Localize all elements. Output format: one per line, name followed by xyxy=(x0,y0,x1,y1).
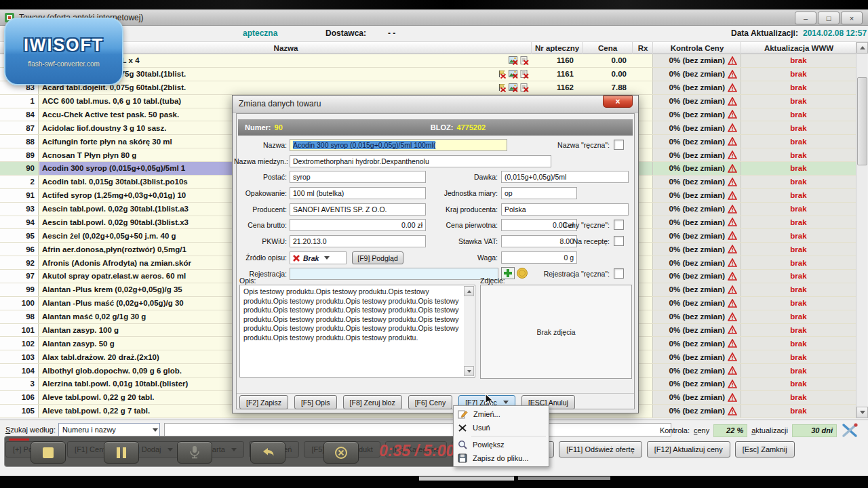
maximize-button[interactable]: □ xyxy=(818,12,840,24)
toolbar-button--f12-aktualizuj-ceny[interactable]: [F12] Aktualizuj ceny xyxy=(647,441,730,458)
menu-item-powiększ[interactable]: Powiększ xyxy=(454,438,549,451)
toolbar-button--f11-odśwież-ofertę[interactable]: [F11] Odśwież ofertę xyxy=(559,441,642,458)
row-kontrola-ceny: 0% (bez zmian) xyxy=(652,121,741,134)
flag-status-icon[interactable] xyxy=(498,70,507,80)
nazwa-field[interactable]: Acodin 300 syrop (0,015g+0,05g)/5ml 100m… xyxy=(290,139,507,151)
screen-recorder-toolbar: 0:35 / 5:00 xyxy=(4,436,487,467)
rejestracja-reczna-checkbox[interactable] xyxy=(614,268,624,279)
waga-field[interactable]: 0 g xyxy=(501,251,577,264)
col-header-nr-apteczny[interactable]: Nr apteczny xyxy=(531,42,583,54)
doc-status-icon[interactable] xyxy=(520,56,529,66)
recorder-undo-button[interactable] xyxy=(250,441,285,464)
row-cena: 0.00 xyxy=(582,68,632,81)
scrollbar-thumb[interactable] xyxy=(857,77,867,165)
magnifier-icon xyxy=(458,440,467,449)
warning-icon xyxy=(728,231,737,240)
miedzyn-field[interactable]: Dextromethorphani hydrobr.Dexpanthenolu xyxy=(290,155,551,167)
kontrola-text: 0% (bez zmian) xyxy=(669,56,725,64)
dialog-close-button[interactable]: × xyxy=(603,96,633,108)
table-row[interactable]: 81A-CERUMEN AMP 2ML x 411600.000% (bez z… xyxy=(0,54,856,68)
table-scrollbar[interactable] xyxy=(856,42,867,418)
img-status-icon[interactable] xyxy=(509,83,518,94)
opis-label: Opis: xyxy=(239,277,267,285)
table-row[interactable]: 82Acard tabl.dojelit. 0,075g 30tabl.(1bl… xyxy=(0,68,856,81)
zrodlo-select[interactable]: Brak xyxy=(290,251,347,264)
nazwa-reczna-checkbox[interactable] xyxy=(614,140,624,150)
pkwiu-field[interactable]: 21.20.13.0 xyxy=(290,235,426,247)
doc-status-icon[interactable] xyxy=(520,70,529,80)
recorder-pause-button[interactable] xyxy=(104,441,139,464)
podglad-button[interactable]: [F9] Podgląd xyxy=(352,251,403,264)
img-status-icon[interactable] xyxy=(509,56,518,66)
row-kontrola-ceny: 0% (bez zmian) xyxy=(652,310,741,323)
col-header-aktualizacja[interactable]: Aktualizacja WWW xyxy=(741,42,856,54)
row-numer: 97 xyxy=(0,270,39,283)
flag-status-icon[interactable] xyxy=(498,83,507,94)
recorder-cancel-button[interactable] xyxy=(323,441,359,464)
vat-label: Stawka VAT: xyxy=(425,237,498,245)
col-header-kontrola[interactable]: Kontrola Ceny xyxy=(652,42,741,54)
tools-icon[interactable] xyxy=(841,422,859,439)
dialog-button--f6-ceny[interactable]: [F6] Ceny xyxy=(408,395,453,409)
row-www-status: brak xyxy=(741,189,856,202)
menu-item-zapisz-do-pliku-[interactable]: Zapisz do pliku... xyxy=(454,451,549,465)
row-www-status: brak xyxy=(741,364,856,377)
row-www-status: brak xyxy=(741,378,856,390)
toolbar-button--esc-zamknij[interactable]: [Esc] Zamknij xyxy=(735,441,795,458)
red-x-icon xyxy=(292,254,300,262)
col-header-rx[interactable]: Rx xyxy=(632,42,653,54)
na-recepte-checkbox[interactable] xyxy=(614,236,624,246)
row-www-status: brak xyxy=(741,135,856,148)
kontrola-text: 0% (bez zmian) xyxy=(669,151,725,159)
producent-field[interactable]: SANOFI AVENTIS SP. Z O.O. xyxy=(290,203,426,216)
menu-item-zmień-[interactable]: Zmień... xyxy=(454,407,549,421)
kraj-field[interactable]: Polska xyxy=(501,203,629,216)
minimize-button[interactable]: – xyxy=(795,12,816,24)
img-status-icon[interactable] xyxy=(509,70,518,80)
row-numer: 1 xyxy=(0,95,39,108)
letterbox-top xyxy=(0,0,868,9)
scroll-down-icon[interactable] xyxy=(464,366,474,376)
postac-field[interactable]: syrop xyxy=(290,171,426,183)
ceny-reczne-checkbox[interactable] xyxy=(614,220,624,230)
row-numer: 2 xyxy=(0,176,39,188)
row-kontrola-ceny: 0% (bez zmian) xyxy=(652,176,741,188)
scroll-down-icon[interactable] xyxy=(856,407,868,418)
opis-textarea[interactable]: Opis testowy produktu.Opis testowy produ… xyxy=(239,285,475,378)
cena-brutto-field[interactable]: 0.00 zł xyxy=(290,219,426,231)
row-www-status: brak xyxy=(741,203,856,216)
search-input[interactable] xyxy=(164,423,671,436)
table-row[interactable]: 83Acard tabl.dojelit. 0,075g 60tabl.(2bl… xyxy=(0,81,856,95)
doc-status-icon[interactable] xyxy=(520,83,529,94)
search-mode-select[interactable]: Numeru i nazwy xyxy=(58,423,160,436)
menu-item-usuń[interactable]: Usuń xyxy=(454,421,549,434)
zdjecie-placeholder: Brak zdjęcia xyxy=(536,328,575,336)
kontrola-text: 0% (bez zmian) xyxy=(669,272,725,280)
row-www-status: brak xyxy=(741,337,856,350)
scroll-up-icon[interactable] xyxy=(856,42,868,54)
row-numer: 90 xyxy=(0,162,39,175)
recorder-microphone-button[interactable] xyxy=(177,441,212,464)
close-button[interactable]: × xyxy=(841,12,863,24)
col-header-cena[interactable]: Cena xyxy=(582,42,633,54)
row-kontrola-ceny: 0% (bez zmian) xyxy=(652,378,741,390)
warning-icon xyxy=(728,56,737,65)
kontrola-text: 0% (bez zmian) xyxy=(669,232,725,240)
kontrola-text: 0% (bez zmian) xyxy=(669,285,725,293)
na-recepte-label: Na receptę: xyxy=(526,237,610,245)
opis-scrollbar[interactable] xyxy=(464,286,474,376)
scroll-up-icon[interactable] xyxy=(464,286,474,296)
dialog-button--f5-opis[interactable]: [F5] Opis xyxy=(294,395,337,409)
row-kontrola-ceny: 0% (bez zmian) xyxy=(652,203,741,216)
row-kontrola-ceny: 0% (bez zmian) xyxy=(652,256,741,269)
rejestracja-field[interactable] xyxy=(290,268,498,280)
recorder-stop-button[interactable] xyxy=(31,441,66,464)
dawka-field[interactable]: (0,015g+0,05g)/5ml xyxy=(501,171,629,183)
row-numer: 102 xyxy=(0,337,39,350)
jednostka-field[interactable]: op xyxy=(501,187,577,199)
zrodlo-value: Brak xyxy=(303,254,319,262)
dialog-button--f8-zeruj-bloz[interactable]: [F8] Zeruj bloz xyxy=(343,395,402,409)
row-nr-apteczny: 1160 xyxy=(531,54,582,67)
dialog-button--f2-zapisz[interactable]: [F2] Zapisz xyxy=(239,395,288,409)
opakowanie-field[interactable]: 100 ml (butelka) xyxy=(290,187,426,199)
